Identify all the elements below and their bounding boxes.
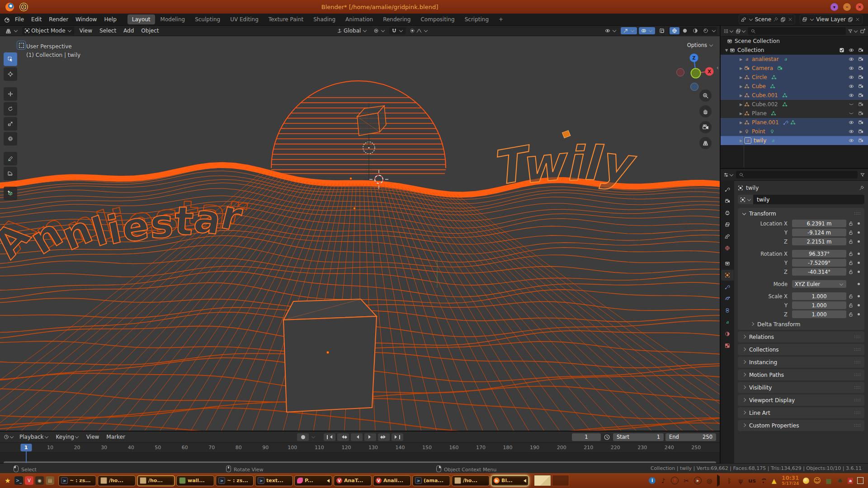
hide-viewport-toggle[interactable] (846, 66, 856, 71)
workspace-2[interactable] (552, 475, 569, 486)
pivot-point-selector[interactable] (371, 27, 387, 34)
tab-layout[interactable]: Layout (127, 14, 155, 24)
timeline-menu-marker[interactable]: Marker (103, 432, 128, 441)
outliner-editor-type-button[interactable] (723, 28, 734, 34)
playhead-line[interactable] (26, 451, 27, 463)
outliner-filter-button[interactable] (848, 28, 858, 34)
taskbar-window-p-[interactable]: P... (294, 475, 332, 486)
panel-header-relations[interactable]: Relations∷∷ (738, 331, 864, 343)
expand-arrow[interactable]: ▶ (738, 112, 744, 116)
tab-sculpting[interactable]: Sculpting (190, 14, 225, 24)
properties-tab-texture[interactable] (721, 340, 734, 351)
terminal-icon[interactable]: >_ (14, 476, 23, 485)
lock-toggle[interactable] (846, 303, 855, 308)
tab-rendering[interactable]: Rendering (378, 14, 415, 24)
expand-arrow[interactable]: ▶ (738, 66, 744, 70)
taskbar-window--ho-[interactable]: /ho... (98, 475, 136, 486)
rendered-shading-button[interactable] (701, 27, 711, 34)
panel-header-custom-properties[interactable]: Custom Properties∷∷ (738, 420, 864, 431)
outliner-display-mode-button[interactable] (736, 28, 746, 34)
outliner-row-scene-collection[interactable]: Scene Collection (721, 37, 868, 46)
calculator-icon[interactable]: ▦ (825, 477, 832, 484)
add-cube-tool[interactable] (4, 187, 17, 200)
material-preview-button[interactable] (690, 27, 700, 34)
rotate-tool[interactable] (4, 102, 17, 116)
transform-panel-header[interactable]: Transform ∷∷ (738, 208, 864, 219)
value-field[interactable]: 2.2151 m (792, 238, 846, 245)
snapping-toggle[interactable] (389, 27, 406, 34)
delta-transform-subpanel[interactable]: Delta Transform (738, 319, 864, 330)
outliner-row-collection[interactable]: ▼ Collection (721, 46, 868, 55)
viewport-menu-object[interactable]: Object (137, 26, 162, 35)
timeline-menu-keying[interactable]: Keying (52, 432, 83, 441)
menu-edit[interactable]: Edit (28, 15, 45, 24)
lock-toggle[interactable] (846, 221, 855, 226)
lock-toggle[interactable] (846, 239, 855, 244)
add-workspace-button[interactable]: + (494, 14, 508, 24)
properties-tab-object[interactable] (721, 270, 734, 281)
hide-viewport-toggle[interactable] (846, 138, 856, 143)
hide-viewport-toggle[interactable] (846, 129, 856, 134)
taskbar-window--ho-[interactable]: /ho... (137, 475, 175, 486)
taskbar-window--zs-[interactable]: >~ : zs... (58, 475, 96, 486)
proportional-editing-toggle[interactable] (407, 27, 430, 34)
viewport-menu-select[interactable]: Select (96, 26, 120, 35)
animate-dot[interactable] (855, 283, 862, 285)
panel-drag-handle[interactable]: ∷∷ (854, 334, 861, 339)
app-menu-star-icon[interactable]: ★ (3, 476, 13, 486)
lock-toggle[interactable] (846, 251, 855, 257)
panel-drag-handle[interactable]: ∷∷ (854, 398, 861, 403)
hide-viewport-toggle[interactable] (846, 93, 856, 98)
perspective-toggle-button[interactable] (699, 137, 712, 149)
object-visibility-dropdown[interactable] (603, 27, 619, 34)
usb-icon[interactable]: ψ (737, 477, 744, 484)
gizmo-negz[interactable] (691, 83, 698, 91)
solid-shading-button[interactable] (680, 27, 690, 34)
workspace-1[interactable] (534, 475, 551, 486)
vivaldi-icon[interactable]: V (25, 476, 33, 485)
collection-render-toggle[interactable] (856, 47, 865, 53)
media-player-icon[interactable]: ◉ (35, 476, 44, 485)
disable-render-toggle[interactable] (856, 84, 865, 89)
keying-dropdown[interactable] (311, 435, 315, 438)
new-collection-button[interactable] (860, 28, 865, 34)
lock-toggle[interactable] (846, 260, 855, 266)
properties-tab-render[interactable] (721, 196, 734, 206)
small-cube-object[interactable] (357, 106, 386, 136)
animate-dot[interactable] (855, 262, 862, 264)
object-id-chip[interactable] (738, 195, 753, 204)
dictionary-icon[interactable]: a (848, 478, 853, 484)
panel-header-visibility[interactable]: Visibility∷∷ (738, 382, 864, 393)
panel-drag-handle[interactable]: ∷∷ (854, 211, 861, 216)
properties-tab-constraints[interactable] (721, 305, 734, 316)
animate-dot[interactable] (855, 295, 862, 297)
panel-header-line-art[interactable]: Line Art∷∷ (738, 407, 864, 418)
lock-toggle[interactable] (846, 312, 855, 317)
panel-drag-handle[interactable]: ∷∷ (854, 360, 861, 365)
disclosure-triangle[interactable]: ▼ (723, 48, 730, 52)
nav-gizmo[interactable]: ZX (677, 54, 714, 91)
transform-tool[interactable] (4, 132, 17, 145)
lock-toggle[interactable] (846, 294, 855, 299)
animate-dot[interactable] (855, 231, 862, 234)
expand-arrow[interactable]: ▶ (738, 130, 744, 134)
menu-file[interactable]: File (11, 15, 28, 24)
properties-search-input[interactable] (736, 171, 858, 178)
taskbar-window-text-[interactable]: >text... (255, 475, 293, 486)
properties-tab-scene[interactable] (721, 231, 734, 242)
outliner-row-camera[interactable]: ▶Camera (721, 64, 868, 73)
jump-to-end-button[interactable] (392, 433, 403, 441)
outliner-row-analiestar[interactable]: ▶analiestar (721, 55, 868, 64)
value-field[interactable]: -40.314° (792, 268, 846, 276)
wireframe-shading-button[interactable] (670, 27, 679, 34)
expand-arrow[interactable]: ▶ (738, 139, 744, 143)
select-box-tool[interactable] (4, 52, 17, 66)
animate-dot[interactable] (855, 304, 862, 306)
scissors-icon[interactable]: ✂ (683, 477, 690, 484)
show-overlays-toggle[interactable] (639, 27, 655, 34)
panel-drag-handle[interactable]: ∷∷ (854, 347, 861, 352)
spiral-icon[interactable]: ◎ (706, 477, 713, 484)
outliner-row-twily[interactable]: ▶twily (721, 136, 868, 145)
sidebar-collapse-arrow[interactable]: ‹ (717, 64, 719, 71)
viewport-menu-view[interactable]: View (76, 26, 96, 35)
